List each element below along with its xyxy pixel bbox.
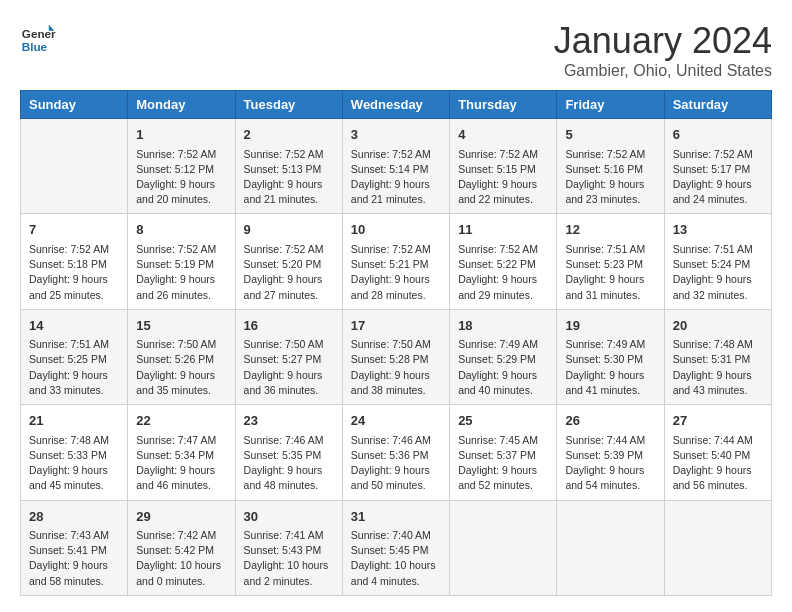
day-info: Sunrise: 7:50 AMSunset: 5:27 PMDaylight:… (244, 337, 334, 398)
page-header: General Blue January 2024 Gambier, Ohio,… (20, 20, 772, 80)
day-info: Sunrise: 7:50 AMSunset: 5:26 PMDaylight:… (136, 337, 226, 398)
day-number: 7 (29, 220, 119, 240)
day-number: 8 (136, 220, 226, 240)
day-info: Sunrise: 7:52 AMSunset: 5:14 PMDaylight:… (351, 147, 441, 208)
day-info: Sunrise: 7:52 AMSunset: 5:17 PMDaylight:… (673, 147, 763, 208)
day-header-tuesday: Tuesday (235, 91, 342, 119)
calendar-cell: 25Sunrise: 7:45 AMSunset: 5:37 PMDayligh… (450, 405, 557, 500)
day-number: 5 (565, 125, 655, 145)
calendar-cell: 5Sunrise: 7:52 AMSunset: 5:16 PMDaylight… (557, 119, 664, 214)
day-info: Sunrise: 7:52 AMSunset: 5:15 PMDaylight:… (458, 147, 548, 208)
day-info: Sunrise: 7:52 AMSunset: 5:22 PMDaylight:… (458, 242, 548, 303)
day-number: 1 (136, 125, 226, 145)
calendar-cell: 11Sunrise: 7:52 AMSunset: 5:22 PMDayligh… (450, 214, 557, 309)
day-info: Sunrise: 7:51 AMSunset: 5:24 PMDaylight:… (673, 242, 763, 303)
day-number: 14 (29, 316, 119, 336)
calendar-cell: 4Sunrise: 7:52 AMSunset: 5:15 PMDaylight… (450, 119, 557, 214)
calendar-table: SundayMondayTuesdayWednesdayThursdayFrid… (20, 90, 772, 596)
calendar-cell: 19Sunrise: 7:49 AMSunset: 5:30 PMDayligh… (557, 309, 664, 404)
calendar-cell: 3Sunrise: 7:52 AMSunset: 5:14 PMDaylight… (342, 119, 449, 214)
calendar-cell: 14Sunrise: 7:51 AMSunset: 5:25 PMDayligh… (21, 309, 128, 404)
day-number: 19 (565, 316, 655, 336)
day-info: Sunrise: 7:52 AMSunset: 5:16 PMDaylight:… (565, 147, 655, 208)
calendar-cell: 2Sunrise: 7:52 AMSunset: 5:13 PMDaylight… (235, 119, 342, 214)
day-number: 4 (458, 125, 548, 145)
day-info: Sunrise: 7:48 AMSunset: 5:33 PMDaylight:… (29, 433, 119, 494)
day-header-monday: Monday (128, 91, 235, 119)
day-info: Sunrise: 7:48 AMSunset: 5:31 PMDaylight:… (673, 337, 763, 398)
day-info: Sunrise: 7:44 AMSunset: 5:39 PMDaylight:… (565, 433, 655, 494)
day-number: 21 (29, 411, 119, 431)
title-area: January 2024 Gambier, Ohio, United State… (554, 20, 772, 80)
day-info: Sunrise: 7:47 AMSunset: 5:34 PMDaylight:… (136, 433, 226, 494)
calendar-cell: 8Sunrise: 7:52 AMSunset: 5:19 PMDaylight… (128, 214, 235, 309)
week-row-2: 7Sunrise: 7:52 AMSunset: 5:18 PMDaylight… (21, 214, 772, 309)
calendar-cell: 29Sunrise: 7:42 AMSunset: 5:42 PMDayligh… (128, 500, 235, 595)
calendar-cell: 28Sunrise: 7:43 AMSunset: 5:41 PMDayligh… (21, 500, 128, 595)
day-number: 26 (565, 411, 655, 431)
day-number: 3 (351, 125, 441, 145)
day-info: Sunrise: 7:42 AMSunset: 5:42 PMDaylight:… (136, 528, 226, 589)
calendar-cell: 18Sunrise: 7:49 AMSunset: 5:29 PMDayligh… (450, 309, 557, 404)
calendar-cell: 26Sunrise: 7:44 AMSunset: 5:39 PMDayligh… (557, 405, 664, 500)
calendar-title: January 2024 (554, 20, 772, 62)
day-info: Sunrise: 7:49 AMSunset: 5:29 PMDaylight:… (458, 337, 548, 398)
day-header-wednesday: Wednesday (342, 91, 449, 119)
day-info: Sunrise: 7:52 AMSunset: 5:21 PMDaylight:… (351, 242, 441, 303)
days-header-row: SundayMondayTuesdayWednesdayThursdayFrid… (21, 91, 772, 119)
day-number: 24 (351, 411, 441, 431)
day-number: 27 (673, 411, 763, 431)
calendar-cell: 6Sunrise: 7:52 AMSunset: 5:17 PMDaylight… (664, 119, 771, 214)
calendar-cell (450, 500, 557, 595)
day-info: Sunrise: 7:40 AMSunset: 5:45 PMDaylight:… (351, 528, 441, 589)
day-info: Sunrise: 7:52 AMSunset: 5:19 PMDaylight:… (136, 242, 226, 303)
day-number: 12 (565, 220, 655, 240)
week-row-5: 28Sunrise: 7:43 AMSunset: 5:41 PMDayligh… (21, 500, 772, 595)
day-header-saturday: Saturday (664, 91, 771, 119)
day-number: 2 (244, 125, 334, 145)
day-header-sunday: Sunday (21, 91, 128, 119)
calendar-cell: 30Sunrise: 7:41 AMSunset: 5:43 PMDayligh… (235, 500, 342, 595)
day-info: Sunrise: 7:52 AMSunset: 5:13 PMDaylight:… (244, 147, 334, 208)
day-info: Sunrise: 7:46 AMSunset: 5:35 PMDaylight:… (244, 433, 334, 494)
calendar-cell: 15Sunrise: 7:50 AMSunset: 5:26 PMDayligh… (128, 309, 235, 404)
day-info: Sunrise: 7:46 AMSunset: 5:36 PMDaylight:… (351, 433, 441, 494)
calendar-cell: 13Sunrise: 7:51 AMSunset: 5:24 PMDayligh… (664, 214, 771, 309)
week-row-3: 14Sunrise: 7:51 AMSunset: 5:25 PMDayligh… (21, 309, 772, 404)
day-header-thursday: Thursday (450, 91, 557, 119)
logo: General Blue (20, 20, 56, 56)
day-info: Sunrise: 7:52 AMSunset: 5:12 PMDaylight:… (136, 147, 226, 208)
day-header-friday: Friday (557, 91, 664, 119)
day-info: Sunrise: 7:49 AMSunset: 5:30 PMDaylight:… (565, 337, 655, 398)
day-number: 18 (458, 316, 548, 336)
calendar-cell: 7Sunrise: 7:52 AMSunset: 5:18 PMDaylight… (21, 214, 128, 309)
day-number: 11 (458, 220, 548, 240)
calendar-cell: 16Sunrise: 7:50 AMSunset: 5:27 PMDayligh… (235, 309, 342, 404)
day-info: Sunrise: 7:52 AMSunset: 5:18 PMDaylight:… (29, 242, 119, 303)
calendar-cell: 10Sunrise: 7:52 AMSunset: 5:21 PMDayligh… (342, 214, 449, 309)
calendar-cell: 17Sunrise: 7:50 AMSunset: 5:28 PMDayligh… (342, 309, 449, 404)
day-info: Sunrise: 7:41 AMSunset: 5:43 PMDaylight:… (244, 528, 334, 589)
day-info: Sunrise: 7:51 AMSunset: 5:23 PMDaylight:… (565, 242, 655, 303)
day-info: Sunrise: 7:44 AMSunset: 5:40 PMDaylight:… (673, 433, 763, 494)
day-number: 28 (29, 507, 119, 527)
day-number: 9 (244, 220, 334, 240)
calendar-cell: 9Sunrise: 7:52 AMSunset: 5:20 PMDaylight… (235, 214, 342, 309)
calendar-cell: 27Sunrise: 7:44 AMSunset: 5:40 PMDayligh… (664, 405, 771, 500)
day-number: 6 (673, 125, 763, 145)
day-number: 10 (351, 220, 441, 240)
logo-icon: General Blue (20, 20, 56, 56)
day-number: 16 (244, 316, 334, 336)
day-number: 22 (136, 411, 226, 431)
day-number: 17 (351, 316, 441, 336)
day-number: 13 (673, 220, 763, 240)
calendar-cell: 21Sunrise: 7:48 AMSunset: 5:33 PMDayligh… (21, 405, 128, 500)
day-info: Sunrise: 7:51 AMSunset: 5:25 PMDaylight:… (29, 337, 119, 398)
day-number: 20 (673, 316, 763, 336)
calendar-cell (664, 500, 771, 595)
calendar-cell (557, 500, 664, 595)
day-info: Sunrise: 7:45 AMSunset: 5:37 PMDaylight:… (458, 433, 548, 494)
day-number: 25 (458, 411, 548, 431)
week-row-1: 1Sunrise: 7:52 AMSunset: 5:12 PMDaylight… (21, 119, 772, 214)
calendar-cell: 22Sunrise: 7:47 AMSunset: 5:34 PMDayligh… (128, 405, 235, 500)
